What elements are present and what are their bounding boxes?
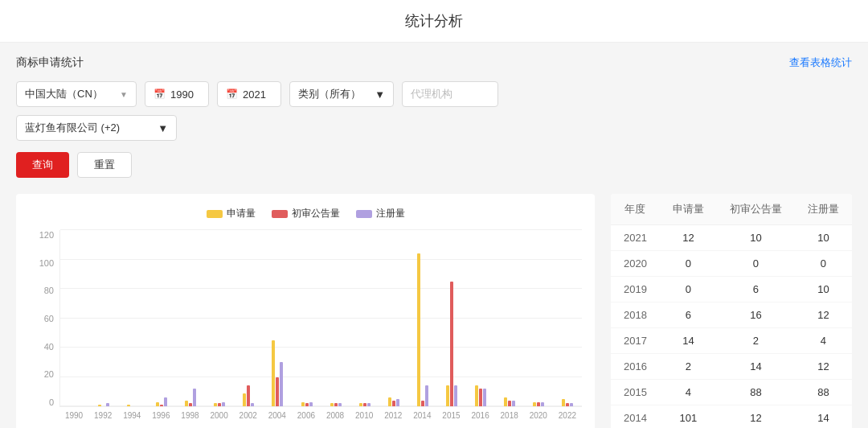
- category-select[interactable]: 类别（所有） ▼: [289, 81, 394, 107]
- bar: [338, 403, 342, 406]
- bar: [541, 402, 544, 406]
- bar: [359, 403, 362, 406]
- table-cell: 10: [795, 225, 852, 251]
- table-cell: 10: [717, 225, 795, 251]
- bar-group: [176, 230, 205, 406]
- company-select[interactable]: 蓝灯鱼有限公司 (+2) ▼: [16, 115, 177, 141]
- bar-group: [263, 230, 292, 406]
- bar: [272, 340, 275, 406]
- table-cell: 2020: [611, 251, 660, 277]
- bar: [421, 401, 424, 406]
- bar-group: [495, 230, 524, 406]
- x-label: 1996: [146, 411, 175, 420]
- table-cell: 12: [717, 405, 795, 429]
- agency-input[interactable]: 代理机构: [402, 81, 498, 107]
- table-cell: 2015: [611, 380, 660, 405]
- bar: [425, 385, 428, 406]
- legend-app-color: [207, 210, 223, 218]
- table-cell: 2014: [611, 405, 660, 429]
- y-label: 40: [44, 342, 54, 352]
- bar: [475, 385, 478, 406]
- table-cell: 2016: [611, 354, 660, 380]
- query-button[interactable]: 查询: [16, 152, 69, 178]
- table-cell: 4: [795, 328, 852, 354]
- table-cell: 101: [660, 405, 717, 429]
- bar: [334, 403, 338, 406]
- bar: [305, 403, 309, 406]
- x-axis: 1990199219941996199820002002200420062008…: [59, 407, 582, 423]
- table-row: 20141011214: [611, 405, 852, 429]
- table-header-cell: 初审公告量: [717, 194, 795, 225]
- y-label: 80: [44, 286, 54, 295]
- table-cell: 12: [795, 302, 852, 328]
- region-select[interactable]: 中国大陆（CN） ▼: [16, 81, 137, 107]
- bar: [508, 401, 511, 406]
- bar: [247, 385, 250, 406]
- legend-app-label: 申请量: [227, 207, 256, 220]
- table-cell: 2: [717, 328, 795, 354]
- reset-button[interactable]: 重置: [77, 152, 132, 178]
- bar: [214, 403, 217, 406]
- x-label: 1998: [175, 411, 204, 420]
- bar: [251, 403, 254, 406]
- bar: [450, 282, 453, 406]
- table-cell: 88: [795, 380, 852, 405]
- table-cell: 6: [717, 277, 795, 302]
- bar: [280, 362, 283, 406]
- x-label: 2020: [524, 411, 553, 420]
- section-title: 商标申请统计: [16, 56, 84, 70]
- x-label: 1994: [117, 411, 146, 420]
- bar-group: [466, 230, 495, 406]
- table-cell: 12: [660, 225, 717, 251]
- y-label: 100: [39, 258, 54, 268]
- table-row: 20190610: [611, 277, 852, 302]
- table-row: 201861612: [611, 302, 852, 328]
- bar: [417, 253, 420, 406]
- table-cell: 2019: [611, 277, 660, 302]
- calendar-start-icon: 📅: [154, 88, 166, 100]
- bar: [363, 403, 366, 406]
- bar-group: [437, 230, 466, 406]
- bar: [562, 399, 565, 406]
- table-cell: 0: [795, 251, 852, 277]
- bar: [479, 389, 482, 406]
- bar: [222, 402, 225, 406]
- bar-group: [293, 230, 321, 406]
- table-cell: 4: [660, 380, 717, 405]
- table-cell: 14: [795, 405, 852, 429]
- bars-container: [60, 230, 582, 406]
- bar: [566, 403, 569, 406]
- x-label: 1992: [88, 411, 117, 420]
- x-label: 2015: [436, 411, 465, 420]
- bar: [533, 402, 536, 406]
- y-label: 120: [39, 230, 54, 240]
- bar-group: [350, 230, 379, 406]
- year-end-input[interactable]: 📅 2021: [217, 81, 281, 107]
- legend-app: 申请量: [207, 207, 256, 220]
- x-label: 2004: [263, 411, 292, 420]
- table-row: 2021121010: [611, 225, 852, 251]
- table-cell: 0: [660, 251, 717, 277]
- x-label: 2012: [379, 411, 407, 420]
- bar-group: [118, 230, 147, 406]
- year-start-input[interactable]: 📅 1990: [145, 81, 209, 107]
- view-table-link[interactable]: 查看表格统计: [789, 56, 852, 70]
- y-label: 60: [44, 314, 54, 323]
- bar-group: [89, 230, 118, 406]
- bar: [367, 403, 371, 406]
- bar: [98, 405, 101, 406]
- bar: [127, 405, 130, 406]
- bar: [243, 393, 246, 406]
- bar-group: [379, 230, 408, 406]
- bar: [396, 399, 399, 406]
- bar: [392, 401, 395, 406]
- table-cell: 14: [717, 354, 795, 380]
- chart-inner: [59, 230, 582, 407]
- table-cell: 14: [660, 328, 717, 354]
- x-label: 1990: [59, 411, 88, 420]
- page-title: 统计分析: [405, 13, 463, 29]
- bar: [512, 401, 515, 406]
- bar: [454, 385, 457, 406]
- bar: [189, 403, 192, 406]
- category-dropdown-icon: ▼: [375, 88, 385, 101]
